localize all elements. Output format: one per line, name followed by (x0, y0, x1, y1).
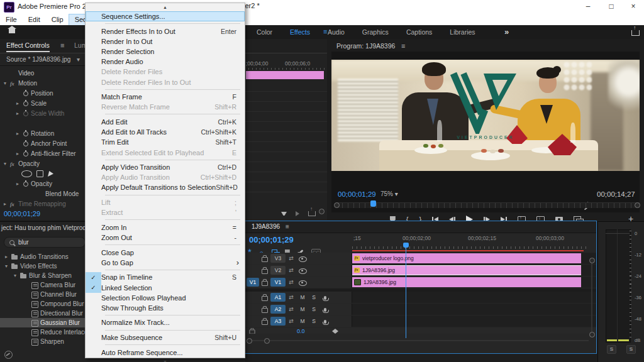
source-patch[interactable] (247, 293, 259, 302)
menu-item[interactable]: Apply Default Transitions to Selection S… (86, 182, 245, 192)
track-target-toggle[interactable]: A1 (270, 293, 286, 302)
timeline-clip[interactable]: vietproducer logo.png (352, 253, 581, 263)
track-output-eye-icon[interactable] (299, 280, 307, 286)
program-scrubber[interactable] (336, 202, 640, 208)
panel-menu-icon[interactable]: ≡ (60, 41, 64, 49)
vertical-scrollbar[interactable] (589, 258, 594, 339)
tab-effect-controls[interactable]: Effect Controls (6, 41, 50, 52)
menu-item[interactable]: Extend Selected Edit to Playhead E (86, 147, 245, 157)
twirl-icon[interactable]: ▾ (4, 161, 10, 167)
overflow-chevrons-icon[interactable]: » (504, 27, 509, 36)
twirl-icon[interactable]: ▸ (16, 131, 23, 136)
twirl-icon[interactable]: ▾ (4, 80, 10, 86)
workspace-tab[interactable]: Libraries (450, 28, 475, 36)
twirl-icon[interactable]: ▸ (16, 151, 23, 156)
menu-item[interactable]: Reverse Match Frame Shift+R (86, 102, 245, 112)
menu-item[interactable]: Apply Video Transition Ctrl+D (86, 162, 245, 172)
menu-item[interactable]: Render Audio (86, 57, 245, 67)
effect-property-icon[interactable] (10, 120, 18, 126)
menu-item[interactable]: Extract ' (86, 207, 245, 217)
effect-property-icon[interactable] (10, 200, 18, 207)
lock-icon[interactable] (250, 329, 255, 334)
scrollbar-handle[interactable] (264, 338, 270, 344)
workspace-tab[interactable]: Audio (328, 28, 345, 36)
program-timecode[interactable]: 00;00;01;29 (338, 190, 376, 198)
twirl-icon[interactable]: ▸ (16, 111, 23, 116)
menu-item[interactable] (86, 21, 245, 26)
effect-property-icon[interactable] (23, 90, 31, 96)
menu-item[interactable] (86, 328, 245, 332)
timeline-playhead-head[interactable] (403, 243, 409, 248)
effect-property-icon[interactable] (23, 100, 31, 106)
workspace-tab[interactable]: Color (257, 28, 272, 36)
play-around-icon[interactable] (296, 211, 299, 216)
mix-gain-value[interactable]: 0.0 (297, 328, 305, 334)
menu-item[interactable]: Zoom In = (86, 222, 245, 233)
voiceover-mic-icon[interactable] (324, 308, 326, 312)
menu-scroll-down-icon[interactable]: ▼ (86, 358, 245, 362)
scrollbar-handle[interactable] (247, 338, 252, 344)
effect-property-icon[interactable] (23, 150, 31, 156)
mute-button[interactable]: M (300, 294, 304, 300)
menu-item[interactable]: Make Subsequence Shift+U (86, 332, 245, 343)
scrubber-handle[interactable] (334, 202, 340, 208)
sync-lock-icon[interactable]: ⇄ (289, 279, 294, 285)
menu-item[interactable]: Snap in Timeline S (86, 272, 245, 282)
scrollbar-handle[interactable] (319, 209, 325, 214)
timeline-timecode[interactable]: 00;00;01;29 (249, 235, 294, 244)
track-lane[interactable]: 1J9A8396.jpg (352, 277, 596, 288)
workspace-tab[interactable]: Captions (406, 28, 432, 36)
track-lane[interactable] (352, 292, 596, 303)
source-patch[interactable] (247, 266, 259, 275)
program-panel-title[interactable]: Program: 1J9A8396 (336, 42, 395, 50)
sync-lock-icon[interactable]: ⇄ (289, 306, 294, 312)
menu-item[interactable] (86, 112, 245, 116)
track-target-toggle[interactable]: A3 (270, 317, 286, 326)
menu-bar-item[interactable]: Clip (46, 14, 69, 25)
menu-item[interactable]: Apply Audio Transition Ctrl+Shift+D (86, 172, 245, 182)
menu-item[interactable]: Render Selection (86, 47, 245, 57)
menu-item[interactable] (86, 158, 245, 162)
workspace-tab[interactable]: Effects (290, 28, 310, 36)
menu-item[interactable] (86, 343, 245, 347)
menu-item[interactable] (86, 268, 245, 272)
scrollbar-track[interactable] (591, 261, 592, 336)
menu-item[interactable]: Linked Selection (86, 282, 245, 292)
source-patch[interactable]: V1 (247, 278, 259, 287)
sync-lock-icon[interactable]: ⇄ (289, 294, 294, 300)
twirl-icon[interactable]: ▾ (14, 273, 20, 278)
menu-item[interactable]: Zoom Out - (86, 233, 245, 243)
menu-item[interactable] (86, 87, 245, 92)
track-lane[interactable] (352, 315, 596, 327)
menu-item[interactable]: Go to Gap › (86, 258, 245, 268)
project-panel-title[interactable]: ject: Hau truong phim Vietprodu (1, 224, 89, 231)
twirl-icon[interactable] (21, 170, 32, 177)
lock-icon[interactable] (262, 281, 268, 286)
filter-icon[interactable] (281, 212, 287, 216)
twirl-icon[interactable]: ▸ (16, 101, 23, 106)
twirl-icon[interactable]: ▾ (5, 263, 11, 269)
track-output-eye-icon[interactable] (299, 256, 307, 262)
restore-button[interactable]: □ (601, 0, 622, 13)
menu-item[interactable]: Delete Render Files (86, 67, 245, 77)
lock-icon[interactable] (262, 269, 268, 274)
export-share-icon[interactable] (631, 30, 640, 36)
sync-lock-icon[interactable]: ⇄ (289, 255, 294, 261)
solo-button[interactable]: S (312, 318, 316, 324)
track-target-toggle[interactable]: A2 (270, 305, 286, 314)
effect-property-icon[interactable] (10, 70, 18, 76)
twirl-icon[interactable]: ▸ (16, 181, 23, 187)
track-output-eye-icon[interactable] (299, 268, 307, 274)
solo-button[interactable]: S (607, 345, 616, 354)
minimize-button[interactable]: – (577, 0, 599, 13)
home-icon[interactable] (9, 29, 15, 33)
solo-button[interactable]: S (312, 294, 316, 300)
mute-button[interactable]: M (300, 306, 304, 312)
track-lane[interactable] (352, 304, 596, 315)
track-target-toggle[interactable]: V1 (270, 278, 286, 287)
menu-item[interactable]: Close Gap (86, 247, 245, 257)
scrollbar-handle[interactable] (589, 332, 595, 337)
menu-item[interactable]: Sequence Settings... (86, 11, 245, 21)
menu-item[interactable]: Trim Edit Shift+T (86, 137, 245, 147)
sync-lock-icon[interactable]: ⇄ (289, 267, 294, 273)
